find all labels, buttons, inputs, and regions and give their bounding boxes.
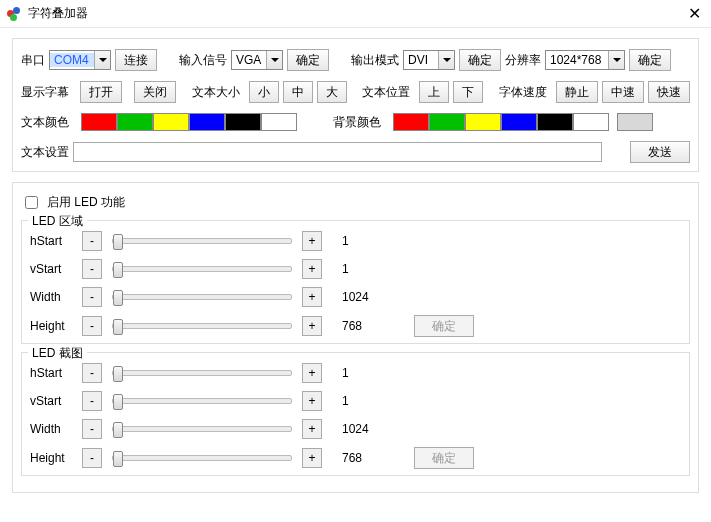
- increment-button[interactable]: +: [302, 419, 322, 439]
- slider-thumb[interactable]: [113, 422, 123, 438]
- bg-color-label: 背景颜色: [333, 114, 381, 131]
- row-text-input: 文本设置 发送: [21, 141, 690, 163]
- slider-track[interactable]: [112, 426, 292, 432]
- chevron-down-icon[interactable]: [438, 51, 454, 69]
- slider-thumb[interactable]: [113, 262, 123, 278]
- slider-track[interactable]: [112, 238, 292, 244]
- output-confirm-button[interactable]: 确定: [459, 49, 501, 71]
- size-large-button[interactable]: 大: [317, 81, 347, 103]
- speed-still-button[interactable]: 静止: [556, 81, 598, 103]
- resolution-select[interactable]: 1024*768: [545, 50, 625, 70]
- color-swatch[interactable]: [225, 113, 261, 131]
- speed-fast-button[interactable]: 快速: [648, 81, 690, 103]
- decrement-button[interactable]: -: [82, 391, 102, 411]
- color-swatch[interactable]: [393, 113, 429, 131]
- increment-button[interactable]: +: [302, 287, 322, 307]
- color-swatch[interactable]: [189, 113, 225, 131]
- decrement-button[interactable]: -: [82, 259, 102, 279]
- decrement-button[interactable]: -: [82, 316, 102, 336]
- enable-led-label: 启用 LED 功能: [47, 194, 125, 211]
- increment-button[interactable]: +: [302, 363, 322, 383]
- text-input[interactable]: [73, 142, 602, 162]
- slider-track[interactable]: [112, 455, 292, 461]
- slider-thumb[interactable]: [113, 366, 123, 382]
- close-icon[interactable]: ✕: [684, 4, 705, 23]
- slider-row: hStart-+1: [30, 363, 681, 383]
- send-button[interactable]: 发送: [630, 141, 690, 163]
- led-confirm-button[interactable]: 确定: [414, 315, 474, 337]
- slider-track[interactable]: [112, 370, 292, 376]
- slider-value: 768: [342, 319, 382, 333]
- text-pos-label: 文本位置: [362, 84, 410, 101]
- color-swatch[interactable]: [429, 113, 465, 131]
- increment-button[interactable]: +: [302, 231, 322, 251]
- pos-down-button[interactable]: 下: [453, 81, 483, 103]
- slider-thumb[interactable]: [113, 290, 123, 306]
- output-mode-select[interactable]: DVI: [403, 50, 455, 70]
- slider-thumb[interactable]: [113, 451, 123, 467]
- led-panel: 启用 LED 功能 LED 区域 hStart-+1vStart-+1Width…: [12, 182, 699, 493]
- slider-label: hStart: [30, 366, 76, 380]
- color-swatch[interactable]: [573, 113, 609, 131]
- size-medium-button[interactable]: 中: [283, 81, 313, 103]
- output-mode-label: 输出模式: [351, 52, 399, 69]
- pos-up-button[interactable]: 上: [419, 81, 449, 103]
- input-signal-label: 输入信号: [179, 52, 227, 69]
- color-swatch[interactable]: [537, 113, 573, 131]
- increment-button[interactable]: +: [302, 316, 322, 336]
- decrement-button[interactable]: -: [82, 363, 102, 383]
- color-swatch[interactable]: [501, 113, 537, 131]
- chevron-down-icon[interactable]: [94, 51, 110, 69]
- slider-row: vStart-+1: [30, 259, 681, 279]
- slider-label: vStart: [30, 262, 76, 276]
- decrement-button[interactable]: -: [82, 231, 102, 251]
- led-confirm-button[interactable]: 确定: [414, 447, 474, 469]
- increment-button[interactable]: +: [302, 448, 322, 468]
- input-signal-select[interactable]: VGA: [231, 50, 283, 70]
- connect-button[interactable]: 连接: [115, 49, 157, 71]
- slider-thumb[interactable]: [113, 394, 123, 410]
- color-swatch[interactable]: [617, 113, 653, 131]
- chevron-down-icon[interactable]: [266, 51, 282, 69]
- resolution-confirm-button[interactable]: 确定: [629, 49, 671, 71]
- color-swatch[interactable]: [465, 113, 501, 131]
- input-confirm-button[interactable]: 确定: [287, 49, 329, 71]
- decrement-button[interactable]: -: [82, 287, 102, 307]
- resolution-label: 分辨率: [505, 52, 541, 69]
- increment-button[interactable]: +: [302, 259, 322, 279]
- text-color-label: 文本颜色: [21, 114, 69, 131]
- slider-label: Width: [30, 290, 76, 304]
- slider-label: Height: [30, 451, 76, 465]
- slider-thumb[interactable]: [113, 319, 123, 335]
- slider-row: Height-+768确定: [30, 315, 681, 337]
- slider-track[interactable]: [112, 266, 292, 272]
- chevron-down-icon[interactable]: [608, 51, 624, 69]
- titlebar: 字符叠加器 ✕: [0, 0, 711, 28]
- decrement-button[interactable]: -: [82, 419, 102, 439]
- speed-medium-button[interactable]: 中速: [602, 81, 644, 103]
- increment-button[interactable]: +: [302, 391, 322, 411]
- text-size-label: 文本大小: [192, 84, 240, 101]
- size-small-button[interactable]: 小: [249, 81, 279, 103]
- slider-thumb[interactable]: [113, 234, 123, 250]
- decrement-button[interactable]: -: [82, 448, 102, 468]
- slider-value: 1024: [342, 290, 382, 304]
- color-swatch[interactable]: [261, 113, 297, 131]
- enable-led-checkbox[interactable]: [25, 196, 38, 209]
- slider-track[interactable]: [112, 294, 292, 300]
- slider-label: hStart: [30, 234, 76, 248]
- color-swatch[interactable]: [153, 113, 189, 131]
- color-swatch[interactable]: [81, 113, 117, 131]
- slider-label: Height: [30, 319, 76, 333]
- slider-row: Width-+1024: [30, 287, 681, 307]
- subtitle-open-button[interactable]: 打开: [80, 81, 122, 103]
- slider-value: 1: [342, 366, 382, 380]
- slider-track[interactable]: [112, 398, 292, 404]
- led-shot-group: LED 截图 hStart-+1vStart-+1Width-+1024Heig…: [21, 352, 690, 476]
- color-swatch[interactable]: [117, 113, 153, 131]
- slider-value: 768: [342, 451, 382, 465]
- port-select[interactable]: COM4: [49, 50, 111, 70]
- settings-panel: 串口 COM4 连接 输入信号 VGA 确定 输出模式 DVI 确定 分辨率 1…: [12, 38, 699, 172]
- slider-track[interactable]: [112, 323, 292, 329]
- subtitle-close-button[interactable]: 关闭: [134, 81, 176, 103]
